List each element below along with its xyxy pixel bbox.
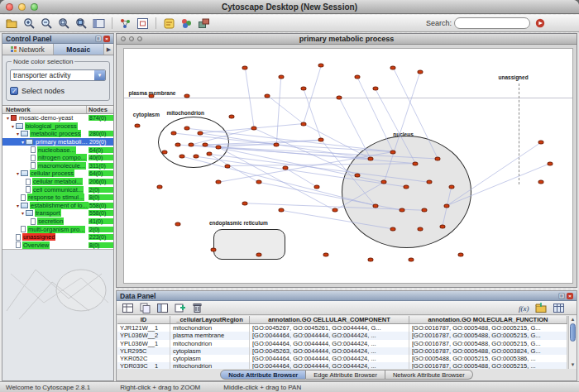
network-canvas[interactable]: plasma membranecytoplasmmitochondrionnuc… [123,48,573,284]
select-nodes-row[interactable]: ✓ Select nodes [10,87,106,95]
network-node[interactable] [413,161,419,165]
network-overview-icon[interactable] [117,16,133,31]
tree-item-establishment-of-lo[interactable]: ▾establishment of lo...558(0) [2,202,113,210]
new-attribute-icon[interactable] [172,300,188,315]
table-cell[interactable]: YPL036W__1 [117,340,170,347]
network-node[interactable] [215,180,221,184]
tree-expand-icon[interactable]: ▾ [15,203,21,208]
equation-builder-icon[interactable]: f(x) [516,300,532,315]
network-node[interactable] [408,257,414,261]
network-node[interactable] [314,184,320,189]
network-node[interactable] [278,208,284,213]
tree-item-unassigned[interactable]: unassigned223(0) [2,233,113,241]
open-icon[interactable] [4,16,20,31]
network-node[interactable] [417,227,423,231]
table-cell[interactable]: YPL036W__2 [117,332,170,339]
network-node[interactable] [372,203,378,208]
scroll-up-icon[interactable]: ▲ [569,316,577,323]
network-node[interactable] [457,253,463,257]
tree-item-cell-communicat[interactable]: cell communicat...2(0) [2,185,113,194]
column-header[interactable]: ID [117,316,170,323]
network-edge[interactable] [196,156,407,187]
network-node[interactable] [224,164,230,168]
attribute-batch-icon[interactable] [551,300,567,315]
table-cell[interactable]: [GO:0016787, GO:0005488, GO:0003824, G..… [409,347,567,355]
table-cell[interactable]: [GO:0016787, GO:0005488, GO:0005215, ... [409,362,567,369]
table-cell[interactable]: [GO:0045263, GO:0044444, GO:0044424, ... [250,347,409,355]
search-options-icon[interactable] [533,16,548,31]
network-node[interactable] [198,131,203,135]
network-node[interactable] [211,248,217,252]
network-node[interactable] [184,93,189,98]
scroll-down-icon[interactable]: ▼ [569,361,577,369]
network-edge[interactable] [384,72,419,182]
network-node[interactable] [300,87,306,91]
table-mode-icon[interactable] [120,300,136,315]
network-node[interactable] [300,122,306,126]
tree-item-nitrogen-compo[interactable]: nitrogen compo...40(0) [2,154,113,162]
network-node[interactable] [283,166,289,170]
network-frame-titlebar[interactable]: primary metabolic process [117,34,577,45]
table-cell[interactable]: [GO:0005488, GO:0005215, GO:0005386, ... [409,355,567,362]
table-row[interactable]: YKR052Ccytoplasm[GO:0044464, GO:0044444,… [117,355,567,362]
table-cell[interactable]: mitochondrion [170,340,250,347]
network-node[interactable] [538,180,544,184]
tree-item-transport[interactable]: ▾transport558(0) [2,209,113,218]
zoom-window-button[interactable] [31,3,38,11]
network-node[interactable] [175,222,181,227]
network-node[interactable] [251,127,257,131]
network-edge[interactable] [259,182,402,210]
frame-close-icon[interactable] [121,36,126,41]
table-scrollbar[interactable]: ▲ ▼ [568,316,577,369]
table-cell[interactable]: cytoplasm [170,347,250,355]
tree-item-secretion[interactable]: secretion41(0) [2,218,113,226]
column-header[interactable]: annotation.GO CELLULAR_COMPONENT [250,316,409,323]
table-cell[interactable]: YDR039C__1 [117,362,170,369]
table-cell[interactable]: [GO:0016787, GO:0005488, GO:0005215, G..… [409,332,567,339]
tree-expand-icon[interactable]: ▾ [10,123,16,129]
network-edge[interactable] [447,142,541,205]
tab-network-attribute-browser[interactable]: Network Attribute Browser [385,370,473,380]
table-cell[interactable]: [GO:0045267, GO:0045261, GO:0044444, G..… [250,324,409,332]
network-node[interactable] [337,96,342,100]
network-node[interactable] [547,161,553,165]
network-node[interactable] [184,127,189,131]
tree-item-macromolecule[interactable]: macromolecule...311(0) [2,162,113,170]
network-edge[interactable] [245,68,254,129]
network-node[interactable] [170,131,176,135]
table-cell[interactable]: [GO:0044464, GO:0044444, GO:0044424, ... [250,355,409,362]
network-node[interactable] [274,143,280,147]
network-node[interactable] [538,141,544,145]
network-node[interactable] [368,157,374,161]
tree-item-multi-organism-pro[interactable]: multi-organism pro...2(0) [2,225,113,233]
network-node[interactable] [422,208,428,213]
network-node[interactable] [448,184,454,189]
table-row[interactable]: YPL036W__2plasma membrane[GO:0044464, GO… [117,332,567,339]
network-node[interactable] [175,143,181,147]
table-cell[interactable]: mitochondrion [170,324,250,332]
network-edge[interactable] [281,210,394,229]
network-node[interactable] [332,208,337,213]
select-attributes-icon[interactable] [155,300,170,315]
tab-overflow-button[interactable]: ▶ [104,44,113,55]
tab-node-attribute-browser[interactable]: Node Attribute Browser [220,370,306,380]
network-node[interactable] [372,87,378,91]
network-edge[interactable] [393,68,438,159]
network-node[interactable] [323,253,328,257]
zoom-fit-icon[interactable] [74,16,89,31]
network-node[interactable] [157,184,163,189]
network-node[interactable] [256,180,261,184]
network-edge[interactable] [447,164,550,206]
network-node[interactable] [426,180,432,184]
table-cell[interactable]: plasma membrane [170,332,250,339]
birdseye-icon[interactable] [135,16,151,31]
tree-expand-icon[interactable]: ▾ [15,170,21,176]
table-cell[interactable]: cytoplasm [170,355,250,362]
zoom-out-icon[interactable] [39,16,55,31]
frame-zoom-icon[interactable] [137,36,142,41]
hide-panels-icon[interactable] [91,16,107,31]
table-cell[interactable]: [GO:0044464, GO:0044444, GO:0044424, ... [250,340,409,347]
zoom-selected-icon[interactable] [56,16,72,31]
tree-item-cellular-metabol[interactable]: cellular metabol...206(0) [2,178,113,186]
tree-item-overview[interactable]: Overview8(0) [2,241,113,250]
